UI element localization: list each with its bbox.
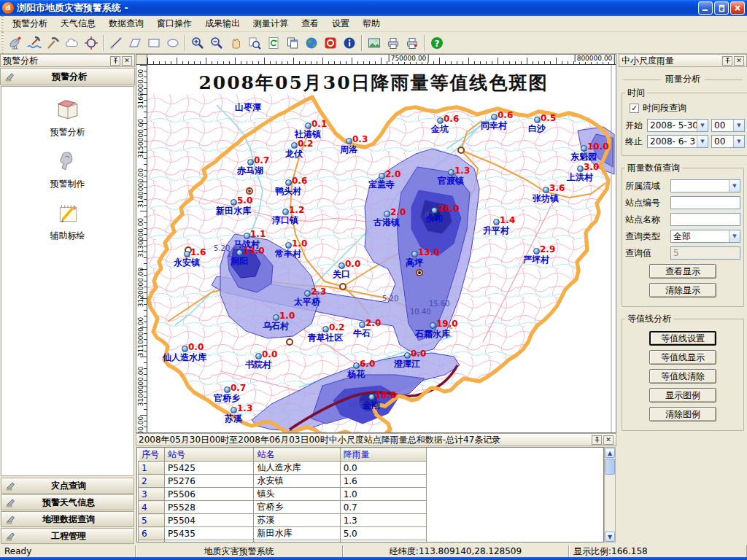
locate-target-icon[interactable] <box>82 34 101 52</box>
toolbar-grip[interactable] <box>0 32 6 53</box>
pin-icon[interactable] <box>722 56 732 66</box>
table-row[interactable]: 2P5276永安镇1.6 <box>139 475 427 488</box>
scroll-down-icon[interactable]: ▼ <box>605 532 615 542</box>
scroll-thumb[interactable] <box>605 459 615 475</box>
close-icon[interactable]: ✕ <box>122 56 132 66</box>
table-row[interactable]: 3P5506镇头1.0 <box>139 488 427 501</box>
zoom-extent-icon[interactable] <box>245 34 264 52</box>
show-display-button[interactable]: 查看显示 <box>649 264 716 279</box>
zoom-out-icon[interactable] <box>207 34 226 52</box>
left-nav-label: 预警制作 <box>50 178 85 190</box>
menu-grip[interactable] <box>0 16 6 31</box>
station-data-table[interactable]: 序号站号站名降雨量1P5425仙人造水库0.02P5276永安镇1.63P550… <box>136 447 604 542</box>
query-input-2[interactable] <box>670 196 740 209</box>
contour-button[interactable]: 等值线设置 <box>649 331 716 346</box>
help-icon[interactable]: ? <box>427 34 446 52</box>
query-field-row: 查询值5 <box>625 246 740 260</box>
close-icon[interactable]: ✕ <box>734 56 744 66</box>
data-cell: P5425 <box>165 462 254 475</box>
query-field-row: 所属流域▼ <box>625 179 740 192</box>
export-image-icon[interactable] <box>365 34 384 52</box>
start-hour-select[interactable]: 00 ▼ <box>711 119 745 132</box>
disaster-survey-icon[interactable] <box>25 34 44 52</box>
data-cell: 1.6 <box>340 475 426 488</box>
pick-tool-icon[interactable] <box>44 34 63 52</box>
contour-button[interactable]: 等值线清除 <box>649 369 716 384</box>
info-icon[interactable] <box>340 34 359 52</box>
left-bar-label: 地理数据查询 <box>23 513 115 526</box>
table-column-header[interactable]: 降雨量 <box>340 448 426 462</box>
table-column-header[interactable]: 序号 <box>139 448 165 462</box>
draw-ellipse-icon[interactable] <box>163 34 182 52</box>
weather-cloud-icon[interactable] <box>63 34 82 52</box>
menu-item-2[interactable]: 天气信息 <box>54 15 102 32</box>
start-date-select[interactable]: 2008- 5-30 ▼ <box>647 119 708 132</box>
menu-item-4[interactable]: 窗口操作 <box>150 15 198 32</box>
left-bar-1[interactable]: 灾点查询 <box>1 478 134 494</box>
draw-line-icon[interactable] <box>107 34 125 52</box>
data-cell: 仙人造水库 <box>254 462 340 475</box>
print-icon[interactable] <box>384 34 403 52</box>
map-canvas[interactable]: 2008年05月30日降雨量等值线色斑图 5.2010.4015.605.201… <box>147 65 616 432</box>
copy-map-icon[interactable] <box>283 34 302 52</box>
menu-item-3[interactable]: 数据查询 <box>102 15 150 32</box>
left-bar-3[interactable]: 地理数据查询 <box>1 511 134 527</box>
pan-hand-icon[interactable] <box>226 34 245 52</box>
query-select-1[interactable]: ▼ <box>670 179 740 192</box>
menu-item-7[interactable]: 查看 <box>295 15 325 32</box>
contour-value-label: 5.20 <box>382 295 398 303</box>
table-row[interactable]: 4P5528官桥乡0.7 <box>139 501 427 514</box>
close-icon[interactable]: ✕ <box>603 435 614 445</box>
refresh-map-icon[interactable] <box>264 34 283 52</box>
menu-item-9[interactable]: 帮助 <box>356 15 387 32</box>
query-input-3[interactable] <box>670 213 740 226</box>
warning-analysis-icon[interactable] <box>6 34 25 52</box>
chevron-down-icon[interactable]: ▼ <box>729 230 740 242</box>
table-column-header[interactable]: 站名 <box>254 448 340 462</box>
table-scrollbar[interactable]: ▲ ▼ <box>604 447 616 542</box>
left-bar-2[interactable]: 预警天气信息 <box>1 494 134 510</box>
clear-display-button[interactable]: 清除显示 <box>649 283 716 298</box>
contour-button[interactable]: 等值线显示 <box>649 350 716 365</box>
pin-icon[interactable] <box>592 435 602 445</box>
end-date-select[interactable]: 2008- 6- 3 ▼ <box>647 135 708 148</box>
menu-item-5[interactable]: 成果输出 <box>198 15 247 32</box>
contour-button[interactable]: 清除图例 <box>649 407 716 421</box>
close-button[interactable] <box>730 1 745 15</box>
time-range-checkbox[interactable]: ✓ <box>630 104 639 113</box>
print-preview-icon[interactable] <box>403 34 422 52</box>
data-cell: 镇头 <box>254 488 340 501</box>
left-nav-2[interactable]: 预警制作 <box>24 149 112 190</box>
left-nav-3[interactable]: 辅助标绘 <box>24 201 112 242</box>
pin-icon[interactable] <box>110 56 120 66</box>
left-bar-4[interactable]: 工程管理 <box>1 528 134 544</box>
globe-icon[interactable] <box>302 34 321 52</box>
table-column-header[interactable]: 站号 <box>165 448 254 462</box>
menu-item-8[interactable]: 设置 <box>325 15 356 32</box>
contour-button[interactable]: 显示图例 <box>649 388 716 402</box>
table-row[interactable]: 7P5310洞阳13.0 <box>139 540 427 543</box>
minimize-button[interactable] <box>698 1 713 15</box>
station-value: 18.0 <box>375 390 397 400</box>
table-row[interactable]: 6P5435新田水库5.0 <box>139 527 427 540</box>
draw-polygon-icon[interactable] <box>125 34 144 52</box>
zoom-in-icon[interactable] <box>188 34 207 52</box>
left-group-header[interactable]: 预警分析 <box>0 68 135 85</box>
chevron-down-icon[interactable]: ▼ <box>697 120 708 131</box>
chevron-down-icon[interactable]: ▼ <box>733 120 744 131</box>
left-ruler-label: 3140000.00 <box>137 163 144 214</box>
chevron-down-icon[interactable]: ▼ <box>729 180 740 192</box>
chevron-down-icon[interactable]: ▼ <box>733 136 744 147</box>
menu-item-1[interactable]: 预警分析 <box>6 15 54 32</box>
scroll-up-icon[interactable]: ▲ <box>605 448 615 458</box>
left-nav-1[interactable]: 预警分析 <box>24 97 112 139</box>
table-row[interactable]: 5P5504苏溪1.3 <box>139 514 427 527</box>
query-select-4[interactable]: 全部▼ <box>670 230 740 243</box>
stop-icon[interactable] <box>321 34 340 52</box>
end-hour-select[interactable]: 00 ▼ <box>711 135 745 148</box>
restore-button[interactable] <box>714 1 729 15</box>
menu-item-6[interactable]: 测量计算 <box>247 15 295 32</box>
chevron-down-icon[interactable]: ▼ <box>697 136 708 147</box>
table-row[interactable]: 1P5425仙人造水库0.0 <box>139 462 427 475</box>
draw-rectangle-icon[interactable] <box>144 34 163 52</box>
